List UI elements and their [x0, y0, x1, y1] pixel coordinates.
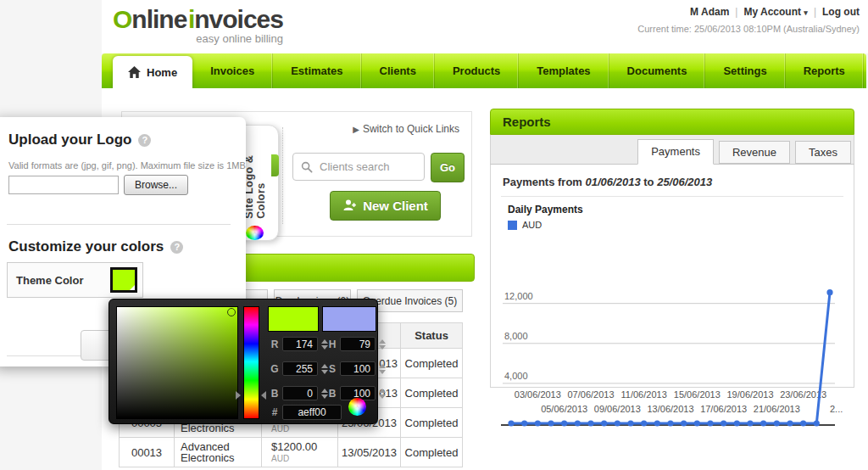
current-color-swatch [268, 306, 319, 332]
saturation-value-area[interactable] [116, 306, 238, 419]
table-row[interactable]: 00013AdvancedElectronics$1200.00AUD13/05… [120, 438, 463, 467]
reports-tab-payments[interactable]: Payments [637, 139, 714, 165]
data-point[interactable] [800, 420, 806, 426]
theme-color-swatch[interactable] [110, 267, 137, 293]
nav-item-home[interactable]: Home [113, 56, 192, 88]
reports-tab-revenue[interactable]: Revenue [719, 141, 790, 164]
x-tick-label: 05/06/2013 [541, 404, 587, 414]
data-point[interactable] [508, 420, 514, 426]
hex-field: # aeff00 [270, 405, 342, 420]
data-point[interactable] [707, 420, 713, 426]
chart-title: Daily Payments [508, 204, 854, 215]
data-point[interactable] [787, 420, 793, 426]
theme-color-row: Theme Color [7, 262, 143, 298]
arrow-right-icon: ▶ [353, 125, 359, 134]
data-point[interactable] [601, 420, 607, 426]
data-point[interactable] [681, 420, 687, 426]
add-user-icon [342, 199, 356, 214]
stepper-icon[interactable] [321, 339, 328, 350]
hex-input[interactable]: aeff00 [282, 405, 342, 420]
data-point[interactable] [587, 420, 593, 426]
data-point[interactable] [734, 420, 740, 426]
field-label: B [270, 388, 279, 400]
hue-arrow-left-icon[interactable] [236, 391, 241, 400]
color-wheel-icon [246, 226, 264, 240]
hidden-green-button [271, 154, 279, 176]
site-logo[interactable]: Online invoices easy online billing [113, 7, 283, 44]
main-nav: HomeInvoicesEstimatesClientsProductsTemp… [102, 53, 866, 88]
y-tick-label: 12,000 [504, 291, 533, 301]
field-value-input[interactable]: 174 [282, 337, 318, 351]
new-client-button[interactable]: New Client [330, 191, 441, 221]
x-tick-label: 03/06/2013 [515, 389, 561, 400]
data-point[interactable] [721, 420, 726, 426]
nav-item-clients[interactable]: Clients [362, 53, 435, 88]
nav-item-label: Documents [627, 64, 687, 77]
hue-strip[interactable] [243, 306, 259, 419]
field-value-input[interactable]: 79 [340, 337, 376, 351]
logout-link[interactable]: Log out [822, 6, 860, 18]
data-point[interactable] [760, 420, 766, 426]
switch-to-quick-links[interactable]: ▶Switch to Quick Links [353, 123, 459, 135]
reports-header: Reports [490, 109, 854, 135]
data-point[interactable] [814, 420, 820, 426]
site-header: Online invoices easy online billing M Ad… [102, 0, 868, 53]
field-value-input[interactable]: 100 [340, 361, 376, 376]
legend-label: AUD [522, 220, 542, 230]
data-point[interactable] [667, 420, 673, 426]
data-point[interactable] [774, 420, 780, 426]
account-user: M Adam [690, 6, 729, 18]
help-icon[interactable]: ? [170, 241, 183, 254]
data-point[interactable] [548, 420, 554, 426]
logo-file-input[interactable] [8, 176, 119, 194]
chart-legend: AUD [508, 220, 854, 230]
data-point[interactable] [747, 420, 753, 426]
sv-cursor[interactable] [227, 308, 236, 316]
go-button[interactable]: Go [431, 153, 465, 182]
stepper-icon[interactable] [321, 364, 328, 374]
field-value-input[interactable]: 255 [282, 361, 318, 376]
stepper-icon[interactable] [321, 389, 328, 399]
data-point[interactable] [654, 420, 660, 426]
browse-button[interactable]: Browse... [124, 175, 188, 195]
data-point[interactable] [561, 420, 567, 426]
x-tick-label: 17/06/2013 [700, 404, 747, 414]
reports-tab-taxes[interactable]: Taxes [795, 141, 851, 164]
field-label: R [270, 339, 279, 350]
data-point[interactable] [535, 420, 541, 426]
nav-item-templates[interactable]: Templates [519, 53, 609, 88]
swatch-corner-arrow [130, 285, 135, 290]
hue-arrow-right-icon[interactable] [261, 391, 266, 400]
data-point[interactable] [627, 420, 633, 426]
color-wheel-icon[interactable] [348, 398, 366, 416]
data-point[interactable] [615, 420, 620, 426]
data-point[interactable] [826, 289, 832, 295]
site-logo-colors-label: Site Logo & Colors [243, 134, 267, 219]
nav-item-estimates[interactable]: Estimates [273, 53, 361, 88]
field-label: G [270, 363, 279, 375]
field-value-input[interactable]: 0 [282, 386, 318, 400]
data-point[interactable] [694, 420, 700, 426]
nav-item-products[interactable]: Products [435, 53, 519, 88]
help-icon[interactable]: ? [138, 134, 151, 147]
data-point[interactable] [575, 420, 581, 426]
nav-item-label: Home [147, 66, 177, 79]
stepper-icon[interactable] [379, 339, 386, 350]
data-point[interactable] [641, 420, 647, 426]
nav-item-documents[interactable]: Documents [609, 53, 706, 88]
legend-swatch [508, 221, 517, 230]
nav-item-invoices[interactable]: Invoices [192, 53, 273, 88]
stepper-icon[interactable] [379, 389, 386, 399]
nav-item-reports[interactable]: Reports [786, 53, 864, 88]
field-label: S [328, 363, 337, 375]
nav-item-label: Settings [723, 64, 766, 77]
nav-item-settings[interactable]: Settings [705, 53, 785, 88]
my-account-menu[interactable]: My Account ▾ [743, 6, 807, 18]
search-icon [301, 161, 313, 173]
previous-color-swatch[interactable] [322, 306, 376, 332]
data-point[interactable] [521, 420, 527, 426]
cell-status: Completed [401, 378, 463, 408]
x-tick-label: 15/06/2013 [674, 389, 721, 400]
payments-chart: 4,0008,00012,00003/06/201307/06/201311/0… [496, 277, 843, 431]
stepper-icon[interactable] [379, 364, 386, 374]
